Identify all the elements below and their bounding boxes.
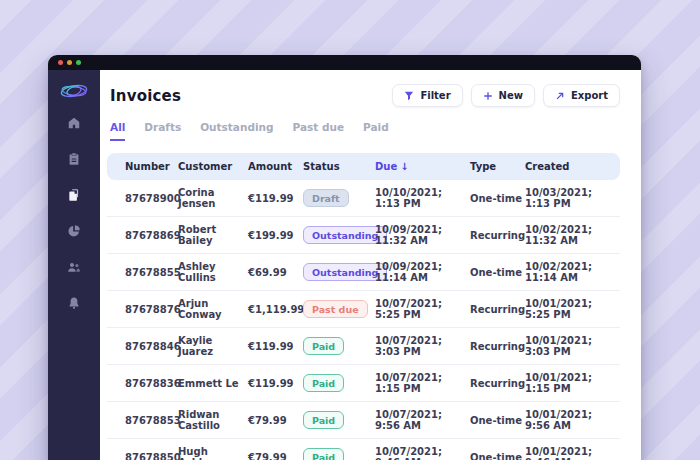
- column-header-number[interactable]: Number: [125, 161, 178, 172]
- column-header-customer[interactable]: Customer: [178, 161, 248, 172]
- filter-button[interactable]: Filter: [392, 84, 462, 107]
- cell-amount: €119.99: [248, 193, 303, 204]
- tab-past-due[interactable]: Past due: [293, 121, 345, 141]
- column-header-created[interactable]: Created: [525, 161, 620, 172]
- tab-all[interactable]: All: [110, 121, 125, 141]
- cell-created: 10/02/2021; 11:14 AM: [525, 261, 620, 283]
- sort-desc-icon: ↓: [400, 161, 408, 172]
- cell-number: 87678846: [125, 341, 178, 352]
- cell-number: 87678850: [125, 452, 178, 460]
- cell-customer: Ashley Cullins: [178, 261, 248, 283]
- clipboard-icon: [67, 152, 81, 166]
- cell-number: 87678836: [125, 378, 178, 389]
- export-button[interactable]: Export: [543, 84, 620, 107]
- brand-logo-icon: [58, 79, 90, 103]
- cell-created: 10/01/2021; 9:56 AM: [525, 409, 620, 431]
- export-icon: [555, 91, 565, 101]
- cell-status: Paid: [303, 374, 375, 392]
- cell-amount: €79.99: [248, 452, 303, 460]
- invoice-row[interactable]: 87678850 Hugh Ashley €79.99 Paid 10/07/2…: [107, 439, 620, 460]
- pie-chart-icon: [67, 224, 81, 238]
- window-titlebar: [48, 55, 641, 70]
- sidebar-item-customers[interactable]: [67, 260, 81, 274]
- main-content: Invoices Filter New Export: [100, 70, 641, 460]
- cell-type: Recurring: [470, 230, 525, 241]
- cell-created: 10/02/2021; 11:32 AM: [525, 224, 620, 246]
- cell-number: 87678869: [125, 230, 178, 241]
- plus-icon: [483, 91, 493, 101]
- status-badge: Paid: [303, 448, 344, 460]
- page-title: Invoices: [110, 87, 181, 105]
- invoice-row[interactable]: 87678869 Robert Bailey €199.99 Outstandi…: [107, 217, 620, 254]
- cell-created: 10/01/2021; 1:15 PM: [525, 372, 620, 394]
- cell-customer: Kaylie Juarez: [178, 335, 248, 357]
- cell-number: 87678900: [125, 193, 178, 204]
- column-header-status[interactable]: Status: [303, 161, 375, 172]
- table-body: 87678900 Corina Jensen €119.99 Draft 10/…: [107, 180, 620, 460]
- cell-status: Outstanding: [303, 263, 375, 281]
- cell-customer: Ridwan Castillo: [178, 409, 248, 431]
- invoice-row[interactable]: 87678836 Emmett Le €119.99 Paid 10/07/20…: [107, 365, 620, 402]
- cell-customer: Corina Jensen: [178, 187, 248, 209]
- cell-due: 10/09/2021; 11:32 AM: [375, 224, 470, 246]
- cell-customer: Hugh Ashley: [178, 446, 248, 460]
- sidebar-item-orders[interactable]: [67, 152, 81, 166]
- status-badge: Paid: [303, 374, 344, 392]
- cell-status: Paid: [303, 448, 375, 460]
- invoice-row[interactable]: 87678876 Arjun Conway €1,119.99 Past due…: [107, 291, 620, 328]
- cell-due: 10/07/2021; 3:03 PM: [375, 335, 470, 357]
- table-header-row: Number Customer Amount Status Due↓ Type …: [107, 153, 620, 180]
- invoice-row[interactable]: 87678846 Kaylie Juarez €119.99 Paid 10/0…: [107, 328, 620, 365]
- cell-type: Recurring: [470, 341, 525, 352]
- toolbar: Filter New Export: [392, 84, 620, 107]
- cell-type: One-time: [470, 415, 525, 426]
- column-header-amount[interactable]: Amount: [248, 161, 303, 172]
- sidebar-item-invoices[interactable]: [67, 188, 81, 202]
- sidebar-item-reports[interactable]: [67, 224, 81, 238]
- invoice-row[interactable]: 87678853 Ridwan Castillo €79.99 Paid 10/…: [107, 402, 620, 439]
- cell-amount: €119.99: [248, 341, 303, 352]
- filter-icon: [404, 91, 414, 101]
- tab-paid[interactable]: Paid: [363, 121, 389, 141]
- close-window-button[interactable]: [58, 60, 63, 65]
- cell-amount: €1,119.99: [248, 304, 303, 315]
- cell-due: 10/07/2021; 9:56 AM: [375, 409, 470, 431]
- cell-type: Recurring: [470, 304, 525, 315]
- cell-type: One-time: [470, 267, 525, 278]
- sidebar-nav: [67, 116, 81, 310]
- status-tabs: All Drafts Outstanding Past due Paid: [110, 121, 620, 141]
- cell-due: 10/07/2021; 1:15 PM: [375, 372, 470, 394]
- invoices-table: Number Customer Amount Status Due↓ Type …: [107, 153, 620, 460]
- status-badge: Draft: [303, 189, 349, 207]
- sidebar-item-notifications[interactable]: [67, 296, 81, 310]
- status-badge: Paid: [303, 337, 344, 355]
- new-button[interactable]: New: [471, 84, 535, 107]
- sidebar: [48, 70, 100, 460]
- cell-status: Paid: [303, 337, 375, 355]
- cell-due: 10/07/2021; 5:25 PM: [375, 298, 470, 320]
- cell-status: Paid: [303, 411, 375, 429]
- cell-type: Recurring: [470, 378, 525, 389]
- tab-drafts[interactable]: Drafts: [144, 121, 181, 141]
- cell-due: 10/07/2021; 9:46 AM: [375, 446, 470, 460]
- cell-created: 10/01/2021; 3:03 PM: [525, 335, 620, 357]
- status-badge: Paid: [303, 411, 344, 429]
- invoice-row[interactable]: 87678855 Ashley Cullins €69.99 Outstandi…: [107, 254, 620, 291]
- invoice-row[interactable]: 87678900 Corina Jensen €119.99 Draft 10/…: [107, 180, 620, 217]
- users-icon: [67, 260, 81, 274]
- column-header-type[interactable]: Type: [470, 161, 525, 172]
- cell-created: 10/01/2021; 5:25 PM: [525, 298, 620, 320]
- cell-created: 10/03/2021; 1:13 PM: [525, 187, 620, 209]
- column-header-due[interactable]: Due↓: [375, 161, 470, 172]
- zoom-window-button[interactable]: [76, 60, 81, 65]
- cell-status: Past due: [303, 300, 375, 318]
- bell-icon: [67, 296, 81, 310]
- cell-customer: Robert Bailey: [178, 224, 248, 246]
- sidebar-item-home[interactable]: [67, 116, 81, 130]
- cell-due: 10/09/2021; 11:14 AM: [375, 261, 470, 283]
- minimize-window-button[interactable]: [67, 60, 72, 65]
- cell-customer: Emmett Le: [178, 378, 248, 389]
- documents-icon: [67, 188, 81, 202]
- app-window: Invoices Filter New Export: [48, 55, 641, 460]
- tab-outstanding[interactable]: Outstanding: [200, 121, 273, 141]
